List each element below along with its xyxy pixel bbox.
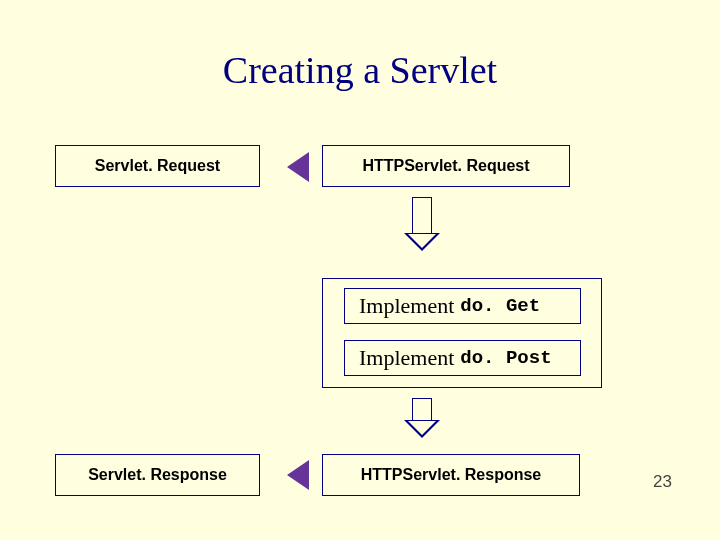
label-implement-prefix-1: Implement (359, 293, 454, 319)
arrow-left-icon (287, 460, 309, 490)
box-servlet-response: Servlet. Response (55, 454, 260, 496)
box-implement-doget: Implement do. Get (344, 288, 581, 324)
arrow-down-icon (404, 398, 440, 438)
arrow-down-icon (404, 197, 440, 251)
label-dopost: do. Post (460, 347, 551, 369)
label-http-servlet-request: HTTPServlet. Request (362, 157, 529, 175)
label-http-servlet-response: HTTPServlet. Response (361, 466, 542, 484)
slide-title: Creating a Servlet (0, 48, 720, 92)
arrow-left-icon (287, 152, 309, 182)
label-implement-prefix-2: Implement (359, 345, 454, 371)
page-number: 23 (653, 472, 672, 492)
label-servlet-response: Servlet. Response (88, 466, 227, 484)
box-implement-dopost: Implement do. Post (344, 340, 581, 376)
box-servlet-request: Servlet. Request (55, 145, 260, 187)
label-doget: do. Get (460, 295, 540, 317)
box-http-servlet-request: HTTPServlet. Request (322, 145, 570, 187)
box-http-servlet-response: HTTPServlet. Response (322, 454, 580, 496)
label-servlet-request: Servlet. Request (95, 157, 220, 175)
